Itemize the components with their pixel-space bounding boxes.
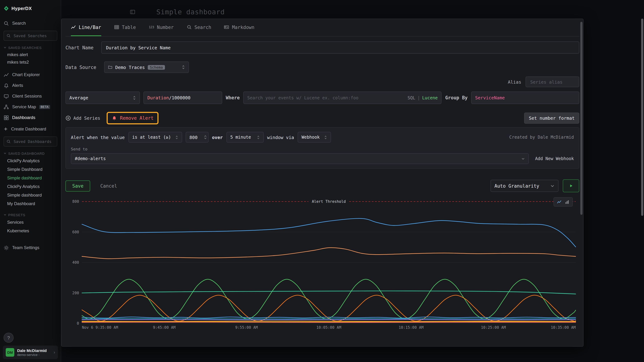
page-scrollbar[interactable]: [641, 18, 643, 216]
saved-searches-search[interactable]: [4, 31, 57, 41]
dashboard-list-item[interactable]: Simple Dashboard: [4, 165, 57, 174]
avatar: DM: [6, 348, 14, 357]
chevron-updown-icon: [182, 65, 185, 69]
chart-type-toggle[interactable]: [554, 197, 573, 206]
where-search-field[interactable]: Search your events w/ Lucene ex. column:…: [243, 91, 442, 104]
hyperdx-logo: [4, 5, 9, 11]
field-name: Duration: [148, 95, 169, 100]
search-icon: [6, 139, 11, 144]
dashboard-list-item[interactable]: ClickPy Analytics: [4, 157, 57, 165]
add-new-webhook-link[interactable]: Add New Webhook: [535, 156, 574, 161]
search-icon: [4, 20, 9, 26]
alert-channel-type-select[interactable]: Webhook: [298, 132, 331, 143]
sidebar-item-dashboards[interactable]: Dashboards: [4, 112, 57, 123]
chevron-right-icon: ›: [54, 350, 55, 355]
svg-text:Alert Threshold: Alert Threshold: [312, 199, 346, 204]
svg-text:9:45:00 AM: 9:45:00 AM: [153, 325, 176, 330]
alias-input[interactable]: [530, 79, 575, 85]
granularity-select[interactable]: Auto Granularity: [490, 180, 558, 192]
chart-preview-area: 0200400600800Nov 6 9:35:00 AM9:45:00 AM9…: [66, 196, 579, 346]
folder-icon: [108, 65, 112, 69]
line-chart-icon: [71, 25, 76, 30]
set-number-format-button[interactable]: Set number format: [524, 113, 579, 124]
aggregation-select[interactable]: Average: [66, 91, 140, 104]
search-icon: [186, 25, 192, 30]
send-to-label: Send to: [71, 147, 574, 152]
number-stepper[interactable]: [204, 135, 206, 139]
sidebar-item-alerts[interactable]: Alerts: [4, 80, 57, 91]
save-button[interactable]: Save: [66, 180, 90, 191]
monitor-icon: [4, 93, 9, 99]
sidebar-item-search[interactable]: Search: [4, 18, 57, 28]
alert-prefix-label: Alert when the value: [71, 135, 125, 140]
tab-table[interactable]: Table: [114, 19, 136, 36]
saved-searches-input[interactable]: [13, 33, 54, 38]
modal-scrollbar[interactable]: [580, 22, 582, 215]
sidebar-item-client-sessions[interactable]: Client Sessions: [4, 91, 57, 102]
user-menu[interactable]: DM Dale McDiarmid demo-service - ›: [3, 346, 58, 359]
sql-toggle[interactable]: SQL: [408, 95, 415, 100]
bar-chart-icon: [565, 200, 569, 204]
presets-header[interactable]: PRESETS: [4, 211, 57, 218]
tab-markdown[interactable]: Markdown: [224, 19, 254, 36]
group-by-label: Group By: [445, 95, 468, 100]
alert-config-panel: Alert when the value is at least (≥) 800…: [66, 127, 579, 169]
lucene-toggle[interactable]: Lucene: [422, 95, 438, 100]
chart-name-input[interactable]: [105, 44, 575, 51]
dashboard-list-item[interactable]: My Dashboard: [4, 199, 57, 208]
saved-dashboards-header[interactable]: SAVED DASHBOARD: [4, 150, 57, 157]
chevron-down-icon: [521, 157, 525, 161]
user-name: Dale McDiarmid: [17, 348, 47, 353]
svg-text:Nov 6 9:35:00 AM: Nov 6 9:35:00 AM: [82, 325, 118, 330]
alert-created-by: Created by Dale McDiarmid: [509, 135, 574, 140]
circle-plus-icon: [66, 115, 71, 121]
tab-search[interactable]: Search: [186, 19, 211, 36]
data-source-label: Data Source: [66, 64, 96, 70]
dashboard-list-item-active[interactable]: Simple dashboard: [4, 174, 57, 182]
saved-searches-header[interactable]: SAVED SEARCHES: [4, 44, 57, 51]
alert-condition-select[interactable]: is at least (≥): [128, 132, 182, 143]
webhook-channel-select[interactable]: #demo-alerts: [71, 153, 528, 164]
svg-text:10:15:00 AM: 10:15:00 AM: [398, 325, 424, 330]
chart-editor-panel: Line/Bar Table 123 Number Search Markdow…: [61, 18, 584, 347]
where-label: Where: [226, 95, 240, 100]
sidebar-item-service-map[interactable]: Service Map BETA: [4, 102, 57, 112]
data-source-select[interactable]: Demo Traces Schema: [104, 61, 189, 73]
svg-text:0: 0: [77, 321, 79, 326]
saved-dashboards-input[interactable]: [13, 139, 54, 144]
add-series-button[interactable]: Add Series: [66, 115, 100, 121]
line-chart-icon: [557, 200, 561, 204]
run-chart-button[interactable]: [563, 180, 579, 192]
preset-item[interactable]: Kubernetes: [4, 227, 57, 235]
chevron-updown-icon: [175, 135, 178, 139]
preset-item[interactable]: Services: [4, 218, 57, 227]
bell-icon: [4, 83, 9, 88]
alert-window-select[interactable]: 5 minute: [226, 132, 264, 143]
help-button[interactable]: ?: [4, 333, 14, 343]
remove-alert-button[interactable]: Remove Alert: [110, 114, 156, 122]
field-input[interactable]: Duration/1000000: [144, 91, 222, 104]
dashboard-list-item[interactable]: Simple dashboard: [4, 191, 57, 199]
chevron-down-icon: [550, 184, 554, 188]
saved-search-item[interactable]: mikes tets2: [4, 58, 57, 66]
tab-line-bar[interactable]: Line/Bar: [71, 19, 101, 36]
svg-text:200: 200: [72, 291, 79, 295]
markdown-icon: [224, 25, 229, 30]
app-name: HyperDX: [12, 5, 32, 11]
sidebar-item-team-settings[interactable]: Team Settings: [4, 242, 57, 253]
svg-text:600: 600: [72, 230, 79, 234]
saved-search-item[interactable]: mikes alert: [4, 51, 57, 58]
tab-number[interactable]: 123 Number: [149, 19, 174, 36]
alert-threshold-input[interactable]: 800: [186, 132, 208, 143]
group-by-input[interactable]: ServiceName: [471, 91, 579, 104]
chevron-down-icon: [4, 46, 6, 49]
cancel-button[interactable]: Cancel: [100, 183, 117, 188]
window-via-label: window via: [267, 135, 294, 140]
svg-text:400: 400: [72, 260, 79, 265]
sidebar-item-chart-explorer[interactable]: Chart Explorer: [4, 69, 57, 80]
dashboard-list-item[interactable]: ClickPy Analytics: [4, 182, 57, 191]
create-dashboard-button[interactable]: Create Dashboard: [4, 124, 57, 134]
saved-dashboards-search[interactable]: [4, 137, 57, 147]
number-123-icon: 123: [149, 25, 154, 29]
schema-badge: Schema: [148, 65, 165, 69]
